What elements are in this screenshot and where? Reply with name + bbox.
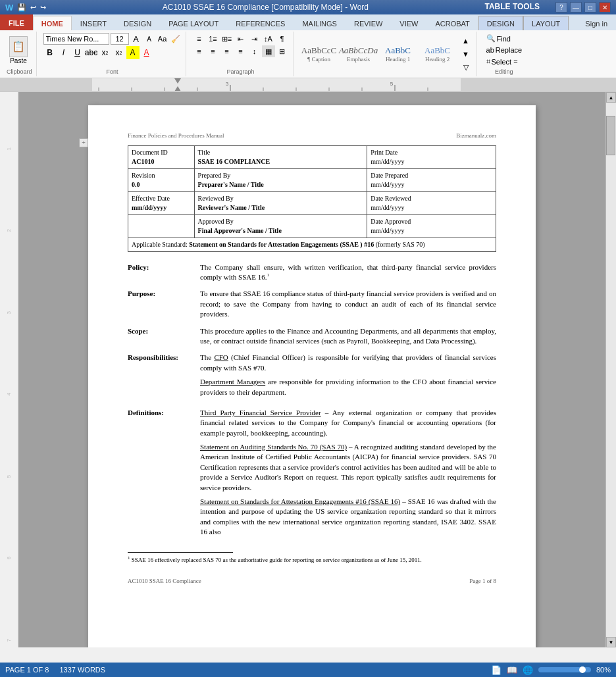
- style-caption[interactable]: AaBbCcC ¶ Caption: [300, 43, 338, 64]
- add-table-btn[interactable]: +: [79, 138, 88, 147]
- page-area[interactable]: + Finance Policies and Procedures Manual…: [18, 92, 605, 647]
- tab-mailings[interactable]: MAILINGS: [294, 16, 346, 30]
- footnote-ref-1: 1: [267, 272, 269, 278]
- tab-acrobat[interactable]: ACROBAT: [426, 16, 478, 30]
- tab-references[interactable]: REFERENCES: [227, 16, 294, 30]
- paste-button[interactable]: 📋 Paste: [7, 35, 30, 66]
- font-name-input[interactable]: [43, 33, 109, 45]
- vertical-scrollbar: ▲ ▼: [605, 92, 616, 647]
- subscript-button[interactable]: x2: [99, 46, 112, 59]
- tab-insert[interactable]: INSERT: [72, 16, 115, 30]
- scope-section: Scope: This procedure applies to the Fin…: [128, 326, 496, 347]
- style-emphasis-label: Emphasis: [347, 56, 370, 63]
- font-color-btn[interactable]: A: [140, 46, 153, 59]
- tab-home[interactable]: HOME: [33, 16, 72, 30]
- close-button[interactable]: ✕: [599, 2, 611, 13]
- table-row: Approved By Final Approver's Name / Titl…: [128, 214, 496, 238]
- decrease-indent-btn[interactable]: ⇤: [234, 33, 247, 45]
- quick-access-save[interactable]: 💾: [17, 3, 26, 12]
- increase-indent-btn[interactable]: ⇥: [248, 33, 261, 45]
- highlight-btn[interactable]: A: [126, 46, 140, 59]
- scroll-down-button[interactable]: ▼: [606, 637, 616, 647]
- numbering-btn[interactable]: 1≡: [207, 33, 220, 45]
- styles-scroll-up[interactable]: ▲: [459, 35, 473, 47]
- scroll-up-button[interactable]: ▲: [606, 92, 616, 103]
- align-right-btn[interactable]: ≡: [220, 45, 234, 57]
- font-size-decrease[interactable]: A: [143, 33, 155, 45]
- clear-format-btn[interactable]: 🧹: [170, 33, 182, 45]
- purpose-label: Purpose:: [128, 289, 200, 319]
- tab-design[interactable]: DESIGN: [115, 16, 160, 30]
- maximize-button[interactable]: □: [584, 2, 596, 13]
- date-reviewed-label: Date Reviewed: [371, 194, 492, 203]
- border-btn[interactable]: ⊞: [276, 45, 289, 57]
- date-approved-value: mm/dd/yyyy: [371, 226, 492, 236]
- title-bar: W 💾 ↩ ↪ AC1010 SSAE 16 Compliance [Compa…: [0, 0, 616, 14]
- help-button[interactable]: ?: [555, 2, 567, 13]
- style-heading1[interactable]: AaBbC Heading 1: [379, 43, 417, 64]
- page-footer: AC1010 SSAE 16 Compliance Page 1 of 8: [128, 577, 496, 586]
- editing-buttons: 🔍 Find ab Replace ⌗ Select =: [484, 33, 525, 67]
- tab-table-design[interactable]: DESIGN: [478, 16, 523, 30]
- underline-button[interactable]: U: [71, 46, 84, 59]
- replace-button[interactable]: ab Replace: [484, 45, 525, 55]
- ribbon-tabs: FILE HOME INSERT DESIGN PAGE LAYOUT REFE…: [0, 14, 616, 30]
- select-icon: ⌗: [486, 57, 490, 66]
- ruler: 3 5: [0, 78, 616, 91]
- tab-file[interactable]: FILE: [0, 14, 33, 30]
- styles-more[interactable]: ▽: [459, 61, 473, 73]
- font-size-increase[interactable]: A: [130, 33, 142, 45]
- find-button[interactable]: 🔍 Find: [484, 33, 525, 44]
- def-3: Statement on Standards for Attestation E…: [200, 497, 496, 538]
- applicable-standard-cell: Applicable Standard: Statement on Standa…: [128, 238, 496, 251]
- clipboard-group: 📋 Paste Clipboard: [3, 32, 37, 76]
- minimize-button[interactable]: —: [570, 2, 582, 13]
- paste-icon: 📋: [9, 36, 28, 57]
- tab-page-layout[interactable]: PAGE LAYOUT: [160, 16, 227, 30]
- change-case-btn[interactable]: Aa: [157, 33, 168, 45]
- italic-button[interactable]: I: [57, 46, 70, 59]
- footer-right: Page 1 of 8: [469, 577, 496, 586]
- reviewed-by-cell: Reviewed By Reviewer's Name / Title: [194, 191, 367, 214]
- sort-btn[interactable]: ↕A: [262, 33, 275, 45]
- multilevel-btn[interactable]: ⊞≡: [220, 33, 234, 45]
- tab-view[interactable]: VIEW: [391, 16, 426, 30]
- responsibilities-section: Responsibilities: The CFO (Chief Financi…: [128, 353, 496, 401]
- ruler-svg: 3 5: [0, 78, 616, 91]
- quick-access-redo[interactable]: ↪: [40, 3, 46, 12]
- line-spacing-btn[interactable]: ↕: [248, 45, 261, 57]
- bold-button[interactable]: B: [43, 46, 57, 59]
- font-size-input[interactable]: [111, 33, 129, 45]
- clipboard-content: 📋 Paste: [7, 33, 32, 67]
- superscript-button[interactable]: x2: [113, 46, 126, 59]
- revision-label: Revision: [132, 171, 191, 180]
- shading-btn[interactable]: ▦: [262, 45, 275, 57]
- date-approved-cell: Date Approved mm/dd/yyyy: [367, 214, 496, 238]
- quick-access-undo[interactable]: ↩: [30, 3, 36, 12]
- tab-review[interactable]: REVIEW: [346, 16, 391, 30]
- select-button[interactable]: ⌗ Select =: [484, 56, 525, 67]
- align-left-btn[interactable]: ≡: [193, 45, 206, 57]
- paste-label: Paste: [10, 57, 27, 64]
- show-para-btn[interactable]: ¶: [276, 33, 289, 45]
- styles-scroll-down[interactable]: ▼: [459, 48, 473, 60]
- approved-by-label: Approved By: [198, 217, 364, 226]
- justify-btn[interactable]: ≡: [234, 45, 247, 57]
- doc-title-cell: Title SSAE 16 COMPLIANCE: [194, 145, 367, 168]
- table-row: Effective Date mm/dd/yyyy Reviewed By Re…: [128, 191, 496, 214]
- style-emphasis[interactable]: AaBbCcDa Emphasis: [340, 43, 378, 64]
- style-heading2[interactable]: AaBbC Heading 2: [419, 43, 457, 64]
- bullets-btn[interactable]: ≡: [193, 33, 206, 45]
- style-caption-label: ¶ Caption: [307, 56, 330, 63]
- format-row: B I U abc x2 x2 A A: [43, 46, 182, 59]
- tab-table-layout[interactable]: LAYOUT: [523, 16, 569, 30]
- align-center-btn[interactable]: ≡: [207, 45, 220, 57]
- scroll-thumb[interactable]: [606, 116, 615, 155]
- responsibilities-content: The CFO (Chief Financial Officer) is res…: [200, 353, 496, 401]
- sign-in[interactable]: Sign in: [577, 16, 616, 30]
- strikethrough-button[interactable]: abc: [85, 46, 98, 59]
- scroll-track[interactable]: [606, 103, 616, 637]
- print-date-value: mm/dd/yyyy: [371, 157, 492, 166]
- approved-by-cell: Approved By Final Approver's Name / Titl…: [194, 214, 367, 238]
- page-ruler: 1: [6, 147, 12, 150]
